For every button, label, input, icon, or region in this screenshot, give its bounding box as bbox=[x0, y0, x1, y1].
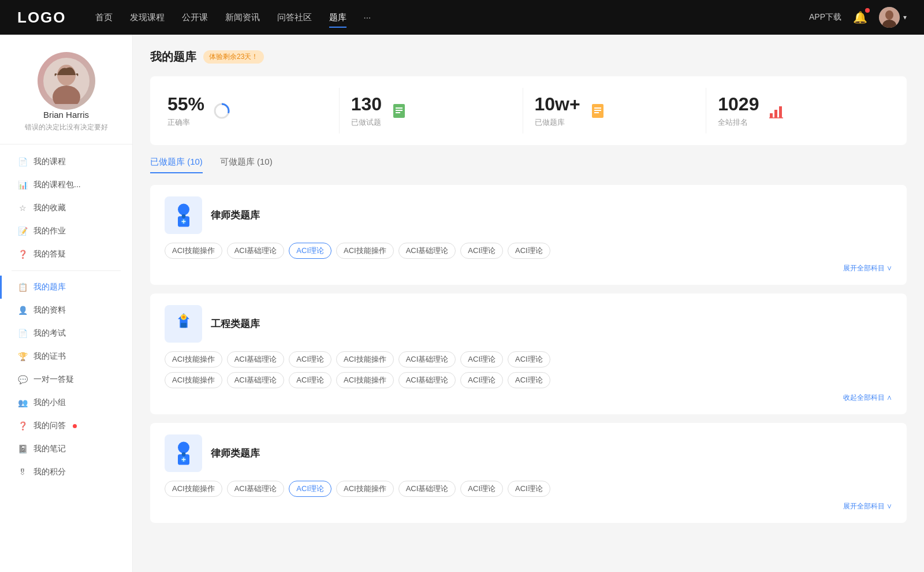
stat-item-已做题库: 10w+ 已做题库 bbox=[523, 88, 707, 133]
menu-item-我的作业[interactable]: 📝 我的作业 bbox=[0, 220, 132, 243]
menu-item-我的小组[interactable]: 👥 我的小组 bbox=[0, 391, 132, 414]
menu-item-我的笔记[interactable]: 📓 我的笔记 bbox=[0, 437, 132, 460]
menu-label: 我的小组 bbox=[33, 398, 66, 408]
logo: LOGO bbox=[17, 9, 66, 27]
menu-item-我的证书[interactable]: 🏆 我的证书 bbox=[0, 345, 132, 368]
qbank-title: 律师类题库 bbox=[211, 209, 260, 222]
tags-row-2: ACI技能操作ACI基础理论ACI理论ACI技能操作ACI基础理论ACI理论AC… bbox=[165, 372, 892, 388]
stat-icon-bar_red bbox=[766, 101, 787, 121]
menu-icon-我的资料: 👤 bbox=[17, 305, 28, 315]
menu-icon-我的积分: 🎖 bbox=[17, 467, 28, 477]
main-wrapper: Brian Harris 错误的决定比没有决定要好 📄 我的课程 📊 我的课程包… bbox=[0, 35, 924, 572]
tag[interactable]: ACI技能操作 bbox=[336, 243, 394, 259]
tag[interactable]: ACI基础理论 bbox=[398, 372, 456, 388]
menu-icon-我的课程: 📄 bbox=[17, 157, 28, 167]
qbank-header: 工程类题库 bbox=[165, 305, 892, 343]
menu-label: 我的积分 bbox=[33, 467, 66, 477]
qbank-header: 律师类题库 bbox=[165, 196, 892, 234]
menu-item-我的课程包...[interactable]: 📊 我的课程包... bbox=[0, 173, 132, 196]
menu-item-我的考试[interactable]: 📄 我的考试 bbox=[0, 322, 132, 345]
page-title: 我的题库 bbox=[150, 49, 196, 65]
avatar-chevron: ▾ bbox=[903, 13, 907, 21]
nav-item-首页[interactable]: 首页 bbox=[95, 10, 113, 25]
tags-row-1: ACI技能操作ACI基础理论ACI理论ACI技能操作ACI基础理论ACI理论AC… bbox=[165, 481, 892, 497]
tag[interactable]: ACI基础理论 bbox=[398, 481, 456, 497]
menu-item-我的问答[interactable]: ❓ 我的问答 bbox=[0, 414, 132, 437]
tag[interactable]: ACI基础理论 bbox=[227, 351, 285, 367]
tag[interactable]: ACI理论 bbox=[460, 351, 503, 367]
tag[interactable]: ACI理论 bbox=[460, 243, 503, 259]
expand-link[interactable]: 展开全部科目 ∨ bbox=[165, 502, 892, 511]
stat-item-正确率: 55% 正确率 bbox=[167, 88, 340, 133]
menu-item-我的题库[interactable]: 📋 我的题库 bbox=[0, 276, 132, 299]
qbank-icon bbox=[165, 434, 202, 472]
tag[interactable]: ACI理论 bbox=[289, 372, 331, 388]
nav-item-题库[interactable]: 题库 bbox=[329, 10, 346, 25]
tag[interactable]: ACI基础理论 bbox=[227, 481, 285, 497]
tag[interactable]: ACI理论 bbox=[508, 351, 550, 367]
notification-bell[interactable]: 🔔 bbox=[853, 10, 867, 24]
tag[interactable]: ACI基础理论 bbox=[398, 243, 456, 259]
avatar bbox=[879, 7, 900, 28]
qbank-card-2: 律师类题库 ACI技能操作ACI基础理论ACI理论ACI技能操作ACI基础理论A… bbox=[150, 423, 907, 523]
app-download-link[interactable]: APP下载 bbox=[809, 12, 841, 23]
tag[interactable]: ACI基础理论 bbox=[398, 351, 456, 367]
menu-item-一对一答疑[interactable]: 💬 一对一答疑 bbox=[0, 368, 132, 391]
menu-icon-我的答疑: ❓ bbox=[17, 249, 28, 259]
tag[interactable]: ACI理论 bbox=[508, 243, 550, 259]
nav-item-公开课[interactable]: 公开课 bbox=[182, 10, 208, 25]
tag[interactable]: ACI理论 bbox=[460, 481, 503, 497]
tag[interactable]: ACI技能操作 bbox=[336, 372, 394, 388]
tag[interactable]: ACI技能操作 bbox=[165, 481, 222, 497]
tabs-row: 已做题库 (10)可做题库 (10) bbox=[150, 157, 907, 173]
stat-icon-doc_green bbox=[389, 101, 409, 121]
tag[interactable]: ACI技能操作 bbox=[336, 351, 394, 367]
tab-可做题库 (10)[interactable]: 可做题库 (10) bbox=[220, 157, 273, 173]
svg-point-8 bbox=[218, 107, 226, 115]
profile-section: Brian Harris 错误的决定比没有决定要好 bbox=[0, 52, 132, 144]
nav-item-···[interactable]: ··· bbox=[364, 10, 371, 25]
menu-item-我的积分[interactable]: 🎖 我的积分 bbox=[0, 460, 132, 484]
stat-icon-doc_yellow bbox=[587, 101, 608, 121]
tag[interactable]: ACI基础理论 bbox=[227, 243, 285, 259]
svg-rect-18 bbox=[774, 110, 777, 118]
tag[interactable]: ACI理论 bbox=[508, 481, 550, 497]
menu-icon-我的证书: 🏆 bbox=[17, 351, 28, 362]
svg-point-1 bbox=[885, 10, 893, 20]
sidebar: Brian Harris 错误的决定比没有决定要好 📄 我的课程 📊 我的课程包… bbox=[0, 35, 133, 572]
tag[interactable]: ACI技能操作 bbox=[165, 372, 222, 388]
qbank-header: 律师类题库 bbox=[165, 434, 892, 472]
header-right: APP下载 🔔 ▾ bbox=[809, 7, 907, 28]
tag[interactable]: ACI理论 bbox=[289, 351, 331, 367]
tag[interactable]: ACI理论 bbox=[460, 372, 503, 388]
nav-item-发现课程[interactable]: 发现课程 bbox=[130, 10, 165, 25]
tag[interactable]: ACI技能操作 bbox=[165, 243, 222, 259]
expand-link[interactable]: 展开全部科目 ∨ bbox=[165, 263, 892, 273]
tab-已做题库 (10)[interactable]: 已做题库 (10) bbox=[150, 157, 203, 173]
menu-item-我的课程[interactable]: 📄 我的课程 bbox=[0, 150, 132, 173]
user-avatar-button[interactable]: ▾ bbox=[879, 7, 907, 28]
menu-label: 我的证书 bbox=[33, 351, 66, 362]
menu-icon-我的问答: ❓ bbox=[17, 421, 28, 431]
qbank-icon bbox=[165, 305, 202, 343]
nav-item-新闻资讯[interactable]: 新闻资讯 bbox=[225, 10, 260, 25]
nav-item-问答社区[interactable]: 问答社区 bbox=[277, 10, 312, 25]
menu-item-我的资料[interactable]: 👤 我的资料 bbox=[0, 299, 132, 322]
menu-icon-我的笔记: 📓 bbox=[17, 444, 28, 454]
menu-dot-badge bbox=[73, 424, 77, 428]
qbank-card-0: 律师类题库 ACI技能操作ACI基础理论ACI理论ACI技能操作ACI基础理论A… bbox=[150, 185, 907, 285]
qbank-icon bbox=[165, 196, 202, 234]
stat-label: 正确率 bbox=[167, 117, 204, 128]
tag[interactable]: ACI基础理论 bbox=[227, 372, 285, 388]
tag[interactable]: ACI技能操作 bbox=[165, 351, 222, 367]
tag[interactable]: ACI理论 bbox=[508, 372, 550, 388]
tag[interactable]: ACI理论 bbox=[289, 481, 331, 497]
stat-value: 55% bbox=[167, 94, 204, 115]
expand-link[interactable]: 收起全部科目 ∧ bbox=[165, 393, 892, 403]
tag[interactable]: ACI技能操作 bbox=[336, 481, 394, 497]
menu-item-我的答疑[interactable]: ❓ 我的答疑 bbox=[0, 243, 132, 266]
tag[interactable]: ACI理论 bbox=[289, 243, 331, 259]
profile-motto: 错误的决定比没有决定要好 bbox=[25, 122, 108, 132]
menu-item-我的收藏[interactable]: ☆ 我的收藏 bbox=[0, 196, 132, 220]
svg-point-28 bbox=[178, 442, 189, 454]
